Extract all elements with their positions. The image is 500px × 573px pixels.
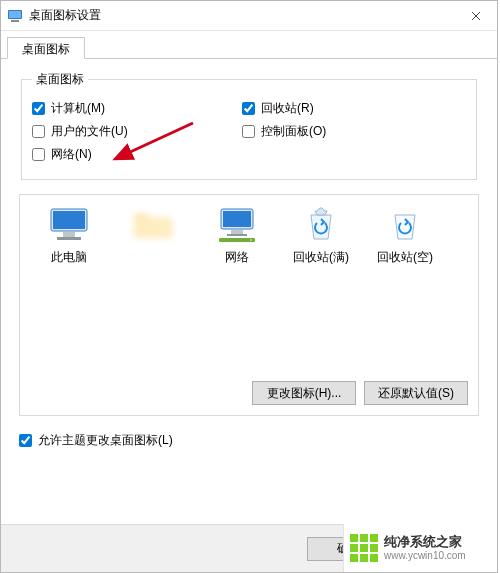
check-control-input[interactable] — [242, 125, 255, 138]
app-icon — [7, 8, 23, 24]
check-userfiles-input[interactable] — [32, 125, 45, 138]
close-button[interactable] — [457, 2, 495, 30]
svg-rect-5 — [53, 211, 85, 229]
svg-point-14 — [250, 239, 252, 241]
svg-rect-2 — [11, 20, 19, 22]
check-allow-themes[interactable]: 允许主题更改桌面图标(L) — [19, 432, 479, 449]
folder-icon — [131, 205, 175, 245]
recycle-bin-empty-icon — [383, 205, 427, 245]
svg-rect-13 — [219, 238, 255, 242]
change-icon-button[interactable]: 更改图标(H)... — [252, 381, 356, 405]
svg-rect-7 — [57, 237, 81, 240]
icon-recycle-full[interactable]: 回收站(满) — [280, 201, 362, 274]
icon-network[interactable]: 网络 — [196, 201, 278, 274]
icon-label: 此电脑 — [51, 249, 87, 266]
restore-default-button[interactable]: 还原默认值(S) — [364, 381, 468, 405]
svg-rect-10 — [223, 211, 251, 227]
icon-recycle-empty[interactable]: 回收站(空) — [364, 201, 446, 274]
titlebar: 桌面图标设置 — [1, 1, 497, 31]
icon-label: 回收站(满) — [293, 249, 349, 266]
check-userfiles[interactable]: 用户的文件(U) — [32, 123, 242, 140]
watermark-line2: www.ycwin10.com — [384, 550, 466, 561]
check-userfiles-label: 用户的文件(U) — [51, 123, 128, 140]
content-area: 桌面图标 计算机(M) 回收站(R) 用户的文件(U) 控制 — [1, 59, 497, 449]
icon-label: 网络 — [225, 249, 249, 266]
check-recycle-label: 回收站(R) — [261, 100, 314, 117]
network-icon — [215, 205, 259, 245]
icon-this-pc[interactable]: 此电脑 — [28, 201, 110, 274]
watermark-line1: 纯净系统之家 — [384, 535, 466, 549]
watermark-logo-icon — [350, 534, 378, 562]
check-computer-label: 计算机(M) — [51, 100, 105, 117]
window-title: 桌面图标设置 — [29, 7, 457, 24]
check-recycle[interactable]: 回收站(R) — [242, 100, 314, 117]
icon-list: 此电脑 — [28, 201, 470, 274]
dialog-window: 桌面图标设置 桌面图标 桌面图标 计算机(M) — [0, 0, 498, 573]
check-allow-themes-label: 允许主题更改桌面图标(L) — [38, 432, 173, 449]
group-desktop-icons: 桌面图标 计算机(M) 回收站(R) 用户的文件(U) 控制 — [21, 79, 477, 180]
monitor-icon — [47, 205, 91, 245]
check-network-label: 网络(N) — [51, 146, 92, 163]
icon-label: 回收站(空) — [377, 249, 433, 266]
check-computer[interactable]: 计算机(M) — [32, 100, 242, 117]
recycle-bin-full-icon — [299, 205, 343, 245]
watermark: 纯净系统之家 www.ycwin10.com — [343, 524, 497, 572]
check-network[interactable]: 网络(N) — [32, 146, 242, 163]
check-control[interactable]: 控制面板(O) — [242, 123, 326, 140]
svg-rect-12 — [227, 234, 247, 236]
svg-rect-11 — [231, 230, 243, 234]
tab-desktop-icons[interactable]: 桌面图标 — [7, 37, 85, 59]
icon-buttons: 更改图标(H)... 还原默认值(S) — [252, 381, 468, 405]
allow-themes-row: 允许主题更改桌面图标(L) — [19, 432, 479, 449]
tabstrip: 桌面图标 — [1, 31, 497, 59]
svg-rect-8 — [135, 217, 171, 237]
svg-rect-6 — [63, 232, 75, 237]
check-computer-input[interactable] — [32, 102, 45, 115]
icon-user-folder[interactable] — [112, 201, 194, 274]
check-recycle-input[interactable] — [242, 102, 255, 115]
check-network-input[interactable] — [32, 148, 45, 161]
group-legend: 桌面图标 — [32, 71, 88, 88]
group-icon-preview: 此电脑 — [19, 194, 479, 416]
check-allow-themes-input[interactable] — [19, 434, 32, 447]
check-control-label: 控制面板(O) — [261, 123, 326, 140]
svg-rect-1 — [9, 11, 21, 18]
dialog-buttons: 确定 取消 纯净系统之家 www.ycwin10.com — [1, 524, 497, 572]
